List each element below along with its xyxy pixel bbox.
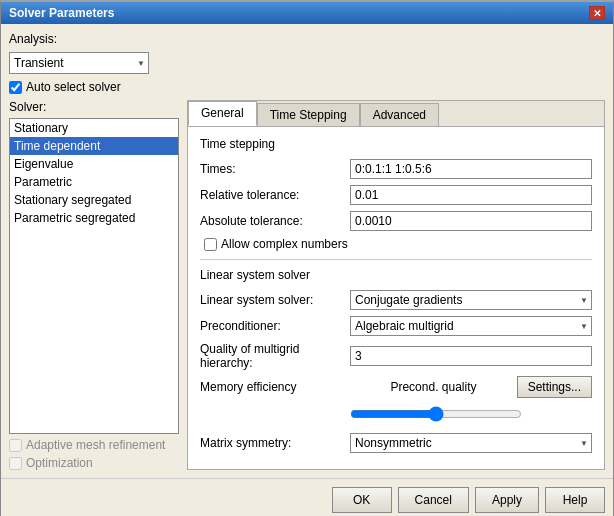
analysis-label: Analysis: xyxy=(9,32,57,46)
relative-tolerance-row: Relative tolerance: xyxy=(200,185,592,205)
quality-input[interactable] xyxy=(350,346,592,366)
auto-select-checkbox[interactable] xyxy=(9,81,22,94)
auto-select-row: Auto select solver xyxy=(9,80,605,94)
slider-wrapper xyxy=(350,406,522,425)
solver-label: Solver: xyxy=(9,100,179,114)
solver-item-parametric-segregated[interactable]: Parametric segregated xyxy=(10,209,178,227)
solver-item-time-dependent[interactable]: Time dependent xyxy=(10,137,178,155)
preconditioner-row: Preconditioner: Algebraic multigrid ILU … xyxy=(200,316,592,336)
absolute-tolerance-input[interactable] xyxy=(350,211,592,231)
analysis-select-wrapper: Transient Stationary Eigenvalue xyxy=(9,52,149,74)
window-body: Analysis: Transient Stationary Eigenvalu… xyxy=(1,24,613,478)
preconditioner-select[interactable]: Algebraic multigrid ILU None xyxy=(350,316,592,336)
solver-item-eigenvalue[interactable]: Eigenvalue xyxy=(10,155,178,173)
auto-select-label: Auto select solver xyxy=(26,80,121,94)
apply-button[interactable]: Apply xyxy=(475,487,539,513)
help-button[interactable]: Help xyxy=(545,487,605,513)
matrix-symmetry-select-wrapper: Nonsymmetric Symmetric Hermitian xyxy=(350,433,592,453)
precond-quality-label: Precond. quality xyxy=(358,380,508,394)
solver-item-parametric[interactable]: Parametric xyxy=(10,173,178,191)
times-input[interactable] xyxy=(350,159,592,179)
adaptive-mesh-checkbox[interactable] xyxy=(9,439,22,452)
times-label: Times: xyxy=(200,162,350,176)
optimization-label: Optimization xyxy=(26,456,93,470)
relative-tolerance-label: Relative tolerance: xyxy=(200,188,350,202)
allow-complex-checkbox[interactable] xyxy=(204,238,217,251)
tab-content-general: Time stepping Times: Relative tolerance:… xyxy=(188,127,604,469)
linear-system-header: Linear system solver xyxy=(200,268,592,282)
tab-general[interactable]: General xyxy=(188,101,257,126)
close-button[interactable]: ✕ xyxy=(589,6,605,20)
solver-parameters-window: Solver Parameters ✕ Analysis: Transient … xyxy=(0,0,614,516)
linear-solver-row: Linear system solver: Conjugate gradient… xyxy=(200,290,592,310)
absolute-tolerance-label: Absolute tolerance: xyxy=(200,214,350,228)
adaptive-mesh-label: Adaptive mesh refinement xyxy=(26,438,165,452)
adaptive-mesh-row: Adaptive mesh refinement xyxy=(9,438,179,452)
memory-settings-row: Memory efficiency Precond. quality Setti… xyxy=(200,376,592,398)
main-content: Solver: Stationary Time dependent Eigenv… xyxy=(9,100,605,470)
quality-label: Quality of multigrid hierarchy: xyxy=(200,342,350,370)
window-title: Solver Parameters xyxy=(9,6,114,20)
tab-time-stepping[interactable]: Time Stepping xyxy=(257,103,360,126)
linear-solver-label: Linear system solver: xyxy=(200,293,350,307)
analysis-select-row: Transient Stationary Eigenvalue xyxy=(9,52,605,74)
solver-item-stationary-segregated[interactable]: Stationary segregated xyxy=(10,191,178,209)
settings-button[interactable]: Settings... xyxy=(517,376,592,398)
tabs: General Time Stepping Advanced xyxy=(188,101,604,127)
quality-slider[interactable] xyxy=(350,406,522,422)
matrix-symmetry-label: Matrix symmetry: xyxy=(200,436,350,450)
solver-item-stationary[interactable]: Stationary xyxy=(10,119,178,137)
footer: OK Cancel Apply Help xyxy=(1,478,613,516)
relative-tolerance-input[interactable] xyxy=(350,185,592,205)
quality-row: Quality of multigrid hierarchy: xyxy=(200,342,592,370)
linear-solver-select-wrapper: Conjugate gradients GMRES Direct xyxy=(350,290,592,310)
solver-panel: Solver: Stationary Time dependent Eigenv… xyxy=(9,100,179,470)
optimization-row: Optimization xyxy=(9,456,179,470)
linear-solver-select[interactable]: Conjugate gradients GMRES Direct xyxy=(350,290,592,310)
absolute-tolerance-row: Absolute tolerance: xyxy=(200,211,592,231)
tab-panel: General Time Stepping Advanced Time step… xyxy=(187,100,605,470)
tab-advanced[interactable]: Advanced xyxy=(360,103,439,126)
matrix-symmetry-select[interactable]: Nonsymmetric Symmetric Hermitian xyxy=(350,433,592,453)
preconditioner-label: Preconditioner: xyxy=(200,319,350,333)
optimization-checkbox[interactable] xyxy=(9,457,22,470)
allow-complex-label: Allow complex numbers xyxy=(221,237,348,251)
separator-1 xyxy=(200,259,592,260)
matrix-symmetry-row: Matrix symmetry: Nonsymmetric Symmetric … xyxy=(200,433,592,453)
analysis-select[interactable]: Transient Stationary Eigenvalue xyxy=(9,52,149,74)
allow-complex-row: Allow complex numbers xyxy=(204,237,592,251)
solver-listbox[interactable]: Stationary Time dependent Eigenvalue Par… xyxy=(9,118,179,434)
ok-button[interactable]: OK xyxy=(332,487,392,513)
slider-row xyxy=(200,406,592,425)
analysis-section: Analysis: xyxy=(9,32,605,46)
preconditioner-select-wrapper: Algebraic multigrid ILU None xyxy=(350,316,592,336)
title-bar: Solver Parameters ✕ xyxy=(1,2,613,24)
time-stepping-header: Time stepping xyxy=(200,137,592,151)
times-row: Times: xyxy=(200,159,592,179)
cancel-button[interactable]: Cancel xyxy=(398,487,469,513)
memory-efficiency-label: Memory efficiency xyxy=(200,380,350,394)
